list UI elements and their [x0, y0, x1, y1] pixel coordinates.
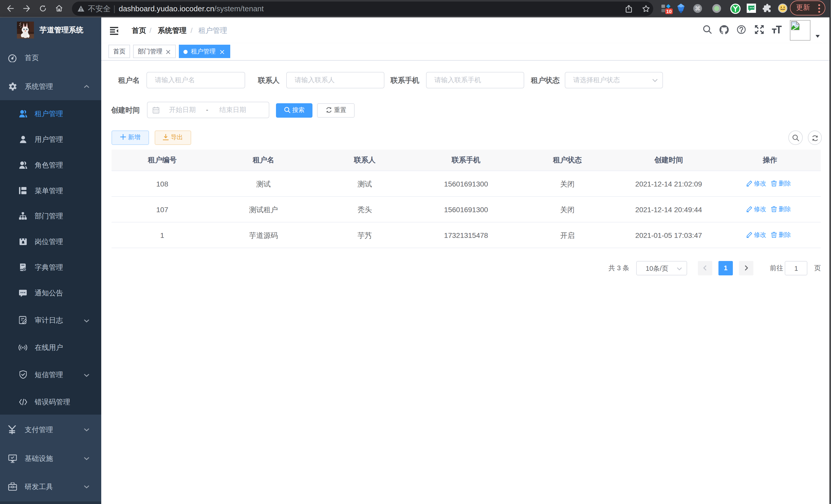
svg-text:10: 10 [666, 8, 672, 14]
svg-text:⌘: ⌘ [695, 5, 700, 12]
svg-text:A: A [22, 346, 24, 349]
